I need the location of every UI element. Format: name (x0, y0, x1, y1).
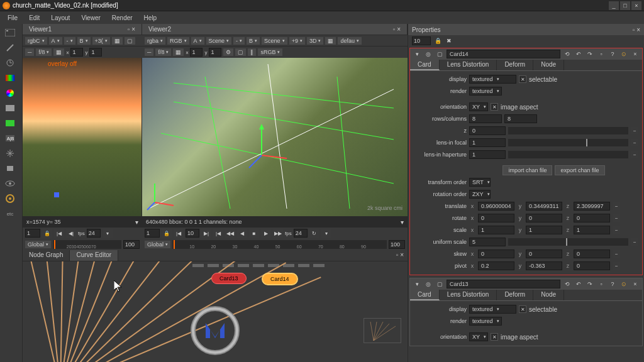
z-slider[interactable] (508, 127, 628, 134)
tab-curveeditor[interactable]: Curve Editor (70, 250, 118, 261)
3d-dropdown[interactable]: 3D (307, 37, 324, 45)
haperture-slider[interactable] (508, 151, 628, 158)
last-frame-button[interactable]: ▶| (201, 229, 211, 238)
x-input[interactable] (190, 48, 203, 57)
play-fwd-button[interactable]: ▶▶ (273, 229, 283, 238)
y-input[interactable] (209, 48, 221, 57)
filter-tool-icon[interactable] (1, 102, 19, 114)
undo-icon[interactable]: ↶ (574, 280, 583, 288)
tab-lens[interactable]: Lens Distortion (440, 290, 497, 300)
first-frame-button[interactable]: |◀ (54, 229, 64, 238)
3d-tool-icon[interactable] (1, 162, 19, 175)
menu-edit[interactable]: Edit (24, 13, 45, 23)
undo-icon[interactable]: ↶ (574, 50, 583, 58)
node-name-input[interactable] (447, 50, 560, 58)
playhead[interactable] (174, 240, 175, 249)
close-button[interactable]: × (631, 1, 641, 10)
grid-icon[interactable]: ▦ (53, 48, 64, 56)
scene2-dropdown[interactable]: Scene (262, 37, 287, 45)
settings-icon[interactable]: ▾ (103, 229, 113, 238)
other-tool-icon[interactable] (1, 192, 19, 205)
fps-input[interactable] (87, 229, 101, 238)
timeline-track[interactable]: 10 20 30 40 50 60 70 80 90 (172, 240, 387, 249)
menu-help[interactable]: Help (139, 13, 162, 23)
lut-dropdown[interactable]: sRGB (258, 48, 282, 56)
orientation-dropdown[interactable]: XY (469, 332, 488, 341)
anim-icon[interactable]: ~ (631, 238, 638, 246)
lock-icon[interactable]: ─ (25, 48, 34, 56)
buffer-b-dropdown[interactable]: B (247, 37, 260, 45)
timeline-track[interactable]: 203040506070 (53, 240, 121, 249)
etc-tool-icon[interactable]: etc (1, 207, 19, 220)
z-input[interactable] (469, 126, 506, 135)
playhead[interactable] (54, 240, 55, 249)
anim-icon[interactable]: ~ (631, 139, 638, 146)
timeline-mode-dropdown[interactable]: Global (25, 241, 51, 248)
settings-icon[interactable]: ▾ (321, 229, 331, 238)
prev-keyframe-button[interactable]: ◀| (66, 229, 76, 238)
frame-input[interactable] (25, 229, 40, 238)
rz-input[interactable] (574, 214, 610, 222)
buffer-b-dropdown[interactable]: B (77, 37, 91, 45)
skx-input[interactable] (478, 250, 514, 258)
aspect-checkbox[interactable]: ✕ (491, 103, 498, 111)
viewer2-tab[interactable]: Viewer2 ▫ × (142, 24, 408, 35)
tab-card[interactable]: Card (410, 290, 440, 300)
viewer1-viewport[interactable]: overlay off (23, 58, 142, 216)
center-icon[interactable]: ◎ (424, 280, 433, 288)
aspect-checkbox[interactable]: ✕ (491, 333, 498, 341)
undock-icon[interactable]: ▫ (597, 280, 606, 288)
rx-input[interactable] (478, 214, 514, 222)
undock-icon[interactable]: ▫ × (393, 26, 401, 33)
roi-icon[interactable]: ▢ (125, 37, 135, 45)
viewer2-viewport[interactable]: 2k square cmi (142, 58, 408, 216)
sky-input[interactable] (526, 250, 562, 258)
undock-icon[interactable]: ▫ (597, 50, 606, 58)
orientation-dropdown[interactable]: XY (469, 102, 488, 111)
collapse-icon[interactable]: ▾ (413, 280, 421, 288)
anim-icon[interactable]: ~ (613, 214, 620, 222)
center-icon[interactable]: ◎ (424, 50, 433, 58)
anim-icon[interactable]: ~ (631, 151, 638, 158)
tab-node[interactable]: Node (533, 290, 564, 300)
transform-tool-icon[interactable] (1, 147, 19, 160)
end-frame-input[interactable] (123, 240, 140, 249)
menu-layout[interactable]: Layout (46, 13, 75, 23)
display-dropdown[interactable]: textured (469, 305, 516, 314)
step-back-button[interactable]: ◀ (237, 229, 247, 238)
anim-icon[interactable]: ~ (631, 127, 638, 134)
node-name-input[interactable] (447, 280, 560, 288)
step-fwd-button[interactable]: ▶ (261, 229, 271, 238)
render-dropdown[interactable]: textured (469, 317, 502, 326)
revert-icon[interactable]: ⟲ (563, 50, 572, 58)
cam-icon[interactable]: ▦ (325, 37, 336, 45)
x-input[interactable] (70, 48, 83, 57)
tx-input[interactable] (478, 202, 514, 211)
help-icon[interactable]: ? (608, 280, 617, 288)
lock-icon[interactable]: 🔒 (42, 229, 52, 238)
info-dropdown-icon[interactable]: ▾ (135, 219, 138, 226)
lock-icon[interactable]: 🔒 (162, 229, 172, 238)
panel-count-input[interactable] (412, 36, 431, 45)
uniform-scale-slider[interactable] (508, 238, 628, 246)
viewer1-tab[interactable]: Viewer1 ▫ × (23, 24, 142, 35)
minimize-button[interactable]: _ (609, 1, 619, 10)
proxy-icon[interactable]: ▦ (112, 37, 123, 45)
py-input[interactable] (526, 261, 562, 270)
lock-all-icon[interactable]: 🔒 (433, 36, 442, 45)
views-tool-icon[interactable] (1, 177, 19, 190)
channels-dropdown[interactable]: rgba (145, 37, 165, 45)
clear-all-icon[interactable]: ✖ (445, 36, 453, 45)
tab-node[interactable]: Node (533, 60, 564, 70)
selectable-checkbox[interactable]: ✕ (519, 75, 526, 83)
pin-icon[interactable]: ⊙ (619, 50, 628, 58)
undock-icon[interactable]: ▫ × (633, 26, 640, 33)
merge-tool-icon[interactable]: A|B (1, 132, 19, 145)
ry-input[interactable] (526, 214, 562, 222)
redo-icon[interactable]: ↷ (586, 280, 594, 288)
fps-input[interactable] (294, 229, 308, 238)
node-card14[interactable]: Card14 (262, 273, 298, 285)
uniform-scale-input[interactable] (469, 238, 506, 246)
display-dropdown[interactable]: textured (469, 75, 516, 84)
menu-file[interactable]: File (3, 13, 23, 23)
